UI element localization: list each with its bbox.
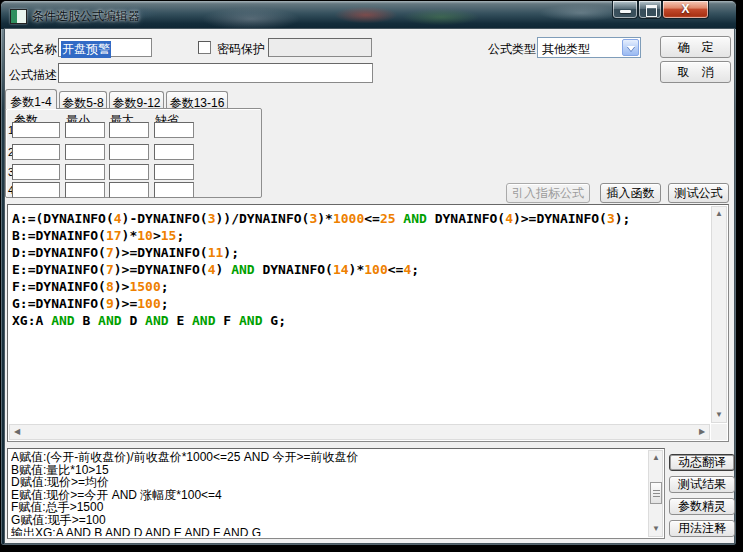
param-input-r3-c1[interactable] — [12, 164, 60, 180]
code-line: B:=DYNAINFO(17)*10>15; — [12, 227, 707, 244]
code-line: F:=DYNAINFO(8)>1500; — [12, 278, 707, 295]
formula-name-label: 公式名称 — [9, 41, 57, 58]
chevron-down-icon[interactable] — [622, 39, 639, 56]
param-input-r1-c2[interactable] — [65, 122, 105, 138]
code-area[interactable]: A:=(DYNAINFO(4)-DYNAINFO(3))/DYNAINFO(3)… — [12, 210, 707, 420]
code-line: D:=DYNAINFO(7)>=DYNAINFO(11); — [12, 244, 707, 261]
translation-line: D赋值:现价>=均价 — [11, 476, 646, 489]
close-icon: X — [663, 2, 708, 16]
param-input-r1-c4[interactable] — [154, 122, 194, 138]
minimize-icon — [620, 10, 631, 13]
scroll-up-icon[interactable]: ▲ — [712, 207, 726, 221]
scrollbar-corner — [711, 424, 727, 440]
param-wizard-button[interactable]: 参数精灵 — [669, 498, 735, 515]
scroll-right-icon[interactable]: ▶ — [695, 425, 709, 439]
insert-function-button[interactable]: 插入函数 — [600, 183, 661, 203]
window-title: 条件选股公式编辑器 — [32, 8, 140, 25]
code-line: XG:A AND B AND D AND E AND F AND G; — [12, 312, 707, 329]
tab-params-13-16[interactable]: 参数13-16 — [166, 91, 228, 108]
param-grid: 参数 最小 最大 缺省 1234 — [5, 108, 262, 198]
window-controls: X — [612, 1, 709, 21]
formula-name-input[interactable]: 开盘预警 — [58, 38, 152, 57]
param-input-r3-c4[interactable] — [154, 164, 194, 180]
test-result-button[interactable]: 测试结果 — [669, 476, 735, 493]
code-line: A:=(DYNAINFO(4)-DYNAINFO(3))/DYNAINFO(3)… — [12, 210, 707, 227]
param-input-r4-c4[interactable] — [154, 182, 194, 198]
password-protect-label: 密码保护 — [217, 41, 265, 58]
close-button[interactable]: X — [662, 1, 709, 19]
param-input-r1-c1[interactable] — [12, 122, 60, 138]
formula-name-selected-text: 开盘预警 — [61, 41, 111, 58]
ok-button[interactable]: 确 定 — [660, 36, 731, 58]
param-input-r2-c3[interactable] — [109, 144, 149, 160]
tab-params-9-12[interactable]: 参数9-12 — [109, 91, 164, 108]
editor-vertical-scrollbar[interactable]: ▲ ▼ — [711, 206, 727, 423]
formula-code-editor[interactable]: A:=(DYNAINFO(4)-DYNAINFO(3))/DYNAINFO(3)… — [7, 204, 729, 442]
param-input-r3-c2[interactable] — [65, 164, 105, 180]
param-input-r4-c2[interactable] — [65, 182, 105, 198]
password-input — [268, 38, 372, 57]
scroll-down-icon[interactable]: ▼ — [649, 522, 663, 536]
param-input-r2-c1[interactable] — [12, 144, 60, 160]
formula-type-label: 公式类型 — [488, 41, 536, 58]
param-input-r4-c1[interactable] — [12, 182, 60, 198]
editor-horizontal-scrollbar[interactable]: ◀ ▶ — [9, 424, 710, 440]
tab-params-5-8[interactable]: 参数5-8 — [59, 91, 107, 108]
password-protect-checkbox[interactable] — [198, 41, 211, 54]
param-input-r4-c3[interactable] — [109, 182, 149, 198]
dynamic-translate-button[interactable]: 动态翻译 — [669, 454, 735, 471]
translation-line: 输出XG:A AND B AND D AND E AND F AND G — [11, 527, 646, 536]
maximize-button[interactable] — [638, 1, 662, 19]
translation-line: A赋值:(今开-前收盘价)/前收盘价*1000<=25 AND 今开>=前收盘价 — [11, 451, 646, 464]
translation-line: F赋值:总手>1500 — [11, 501, 646, 514]
translation-vertical-scrollbar[interactable]: ▲ ▼ — [648, 450, 663, 537]
test-formula-button[interactable]: 测试公式 — [668, 183, 729, 203]
cancel-button[interactable]: 取 消 — [660, 61, 731, 83]
minimize-button[interactable] — [612, 1, 638, 19]
formula-type-value: 其他类型 — [542, 41, 590, 58]
translation-line: E赋值:现价>=今开 AND 涨幅度*100<=4 — [11, 489, 646, 502]
scroll-left-icon[interactable]: ◀ — [10, 425, 24, 439]
translation-line: G赋值:现手>=100 — [11, 514, 646, 527]
app-icon — [10, 9, 27, 24]
code-line: E:=DYNAINFO(7)>=DYNAINFO(4) AND DYNAINFO… — [12, 261, 707, 278]
code-line: G:=DYNAINFO(9)>=100; — [12, 295, 707, 312]
dynamic-translation-panel: A赋值:(今开-前收盘价)/前收盘价*1000<=25 AND 今开>=前收盘价… — [7, 448, 665, 539]
formula-desc-input[interactable] — [58, 63, 373, 83]
dialog-client-area: 公式名称 开盘预警 密码保护 公式类型 其他类型 确 定 取 消 公式描述 参数… — [5, 29, 734, 543]
param-input-r2-c4[interactable] — [154, 144, 194, 160]
usage-notes-button[interactable]: 用法注释 — [669, 520, 735, 537]
formula-desc-label: 公式描述 — [9, 67, 57, 84]
scrollbar-thumb[interactable] — [650, 482, 662, 504]
param-input-r3-c3[interactable] — [109, 164, 149, 180]
tab-params-1-4[interactable]: 参数1-4 — [5, 89, 57, 109]
formula-editor-window: 条件选股公式编辑器 X 公式名称 开盘预警 密码保护 公式类型 其他类型 确 定… — [0, 0, 737, 546]
translation-area: A赋值:(今开-前收盘价)/前收盘价*1000<=25 AND 今开>=前收盘价… — [11, 451, 646, 536]
formula-type-dropdown[interactable]: 其他类型 — [537, 37, 641, 58]
maximize-icon — [646, 5, 657, 17]
param-input-r2-c2[interactable] — [65, 144, 105, 160]
scroll-down-icon[interactable]: ▼ — [712, 408, 726, 422]
scroll-up-icon[interactable]: ▲ — [649, 451, 663, 465]
import-indicator-formula-button: 引入指标公式 — [506, 183, 590, 203]
param-input-r1-c3[interactable] — [109, 122, 149, 138]
